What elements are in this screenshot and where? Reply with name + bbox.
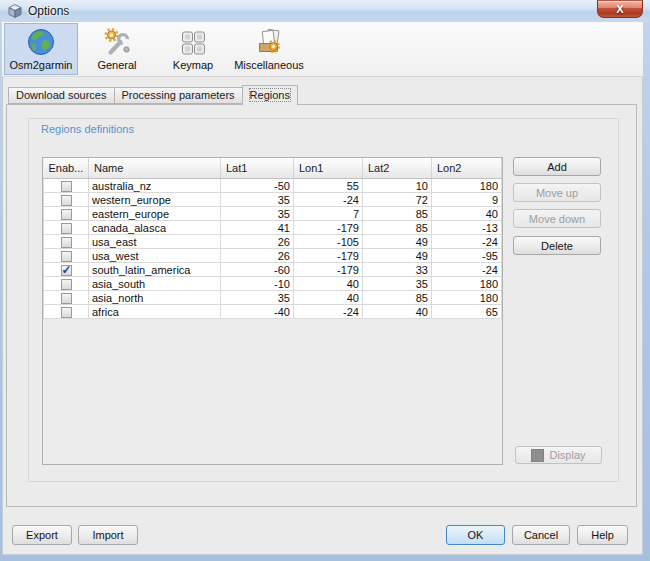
lat2-cell[interactable]: 72 bbox=[363, 193, 432, 207]
enabled-cell[interactable] bbox=[44, 179, 89, 193]
lat2-cell[interactable]: 49 bbox=[363, 235, 432, 249]
tab-regions[interactable]: Regions bbox=[242, 85, 298, 105]
lon1-cell[interactable]: -24 bbox=[294, 193, 363, 207]
lon2-cell[interactable]: -24 bbox=[432, 263, 502, 277]
enabled-cell[interactable] bbox=[44, 207, 89, 221]
table-row[interactable]: australia_nz-505510180 bbox=[44, 179, 502, 193]
table-row[interactable]: eastern_europe3578540 bbox=[44, 207, 502, 221]
column-header-enab-[interactable]: Enab... bbox=[44, 158, 89, 179]
lat2-cell[interactable]: 40 bbox=[363, 305, 432, 319]
add-button[interactable]: Add bbox=[513, 157, 601, 176]
lat1-cell[interactable]: 26 bbox=[221, 249, 294, 263]
lon1-cell[interactable]: 40 bbox=[294, 291, 363, 305]
lat2-cell[interactable]: 85 bbox=[363, 221, 432, 235]
move-down-button[interactable]: Move down bbox=[513, 209, 601, 228]
tab-processing-parameters[interactable]: Processing parameters bbox=[114, 87, 243, 104]
enabled-checkbox[interactable] bbox=[61, 279, 72, 290]
enabled-checkbox[interactable] bbox=[61, 251, 72, 262]
lon2-cell[interactable]: -24 bbox=[432, 235, 502, 249]
lat1-cell[interactable]: 35 bbox=[221, 291, 294, 305]
lat2-cell[interactable]: 10 bbox=[363, 179, 432, 193]
lat2-cell[interactable]: 85 bbox=[363, 291, 432, 305]
table-row[interactable]: usa_west26-17949-95 bbox=[44, 249, 502, 263]
lon2-cell[interactable]: 180 bbox=[432, 179, 502, 193]
move-up-button[interactable]: Move up bbox=[513, 183, 601, 202]
name-cell[interactable]: asia_north bbox=[89, 291, 221, 305]
lat1-cell[interactable]: 35 bbox=[221, 193, 294, 207]
enabled-cell[interactable] bbox=[44, 263, 89, 277]
lon1-cell[interactable]: -179 bbox=[294, 263, 363, 277]
lat2-cell[interactable]: 35 bbox=[363, 277, 432, 291]
toolbar-item-miscellaneous[interactable]: Miscellaneous bbox=[232, 23, 306, 75]
lon1-cell[interactable]: -24 bbox=[294, 305, 363, 319]
name-cell[interactable]: western_europe bbox=[89, 193, 221, 207]
enabled-checkbox[interactable] bbox=[61, 209, 72, 220]
lon2-cell[interactable]: 180 bbox=[432, 291, 502, 305]
lat1-cell[interactable]: -60 bbox=[221, 263, 294, 277]
lon2-cell[interactable]: -13 bbox=[432, 221, 502, 235]
lon2-cell[interactable]: 40 bbox=[432, 207, 502, 221]
column-header-lat1[interactable]: Lat1 bbox=[221, 158, 294, 179]
enabled-checkbox[interactable] bbox=[61, 265, 72, 276]
enabled-cell[interactable] bbox=[44, 249, 89, 263]
lon1-cell[interactable]: 7 bbox=[294, 207, 363, 221]
lat1-cell[interactable]: -40 bbox=[221, 305, 294, 319]
enabled-cell[interactable] bbox=[44, 277, 89, 291]
close-button[interactable]: X bbox=[597, 0, 643, 18]
lon2-cell[interactable]: 65 bbox=[432, 305, 502, 319]
enabled-checkbox[interactable] bbox=[61, 223, 72, 234]
table-row[interactable]: asia_south-104035180 bbox=[44, 277, 502, 291]
name-cell[interactable]: africa bbox=[89, 305, 221, 319]
lat1-cell[interactable]: -50 bbox=[221, 179, 294, 193]
lat1-cell[interactable]: 41 bbox=[221, 221, 294, 235]
titlebar[interactable]: Options X bbox=[0, 0, 650, 22]
toolbar-item-osm2garmin[interactable]: Osm2garmin bbox=[4, 23, 78, 75]
lat2-cell[interactable]: 49 bbox=[363, 249, 432, 263]
lon2-cell[interactable]: -95 bbox=[432, 249, 502, 263]
enabled-checkbox[interactable] bbox=[61, 181, 72, 192]
enabled-checkbox[interactable] bbox=[61, 307, 72, 318]
tab-download-sources[interactable]: Download sources bbox=[8, 87, 115, 104]
column-header-lon2[interactable]: Lon2 bbox=[432, 158, 502, 179]
name-cell[interactable]: south_latin_america bbox=[89, 263, 221, 277]
table-row[interactable]: canada_alasca41-17985-13 bbox=[44, 221, 502, 235]
table-row[interactable]: usa_east26-10549-24 bbox=[44, 235, 502, 249]
table-row[interactable]: western_europe35-24729 bbox=[44, 193, 502, 207]
toolbar-item-general[interactable]: General bbox=[80, 23, 154, 75]
cancel-button[interactable]: Cancel bbox=[512, 525, 570, 545]
lon1-cell[interactable]: 55 bbox=[294, 179, 363, 193]
import-button[interactable]: Import bbox=[78, 525, 138, 545]
name-cell[interactable]: eastern_europe bbox=[89, 207, 221, 221]
lon1-cell[interactable]: 40 bbox=[294, 277, 363, 291]
lat1-cell[interactable]: -10 bbox=[221, 277, 294, 291]
column-header-lat2[interactable]: Lat2 bbox=[363, 158, 432, 179]
lon1-cell[interactable]: -105 bbox=[294, 235, 363, 249]
enabled-cell[interactable] bbox=[44, 221, 89, 235]
table-row[interactable]: south_latin_america-60-17933-24 bbox=[44, 263, 502, 277]
table-row[interactable]: africa-40-244065 bbox=[44, 305, 502, 319]
enabled-checkbox[interactable] bbox=[61, 237, 72, 248]
lon1-cell[interactable]: -179 bbox=[294, 221, 363, 235]
help-button[interactable]: Help bbox=[577, 525, 628, 545]
lon1-cell[interactable]: -179 bbox=[294, 249, 363, 263]
enabled-cell[interactable] bbox=[44, 193, 89, 207]
name-cell[interactable]: usa_east bbox=[89, 235, 221, 249]
delete-button[interactable]: Delete bbox=[513, 236, 601, 255]
table-row[interactable]: asia_north354085180 bbox=[44, 291, 502, 305]
name-cell[interactable]: canada_alasca bbox=[89, 221, 221, 235]
lat1-cell[interactable]: 26 bbox=[221, 235, 294, 249]
toolbar-item-keymap[interactable]: Keymap bbox=[156, 23, 230, 75]
ok-button[interactable]: OK bbox=[446, 525, 505, 545]
name-cell[interactable]: asia_south bbox=[89, 277, 221, 291]
enabled-cell[interactable] bbox=[44, 291, 89, 305]
column-header-name[interactable]: Name bbox=[89, 158, 221, 179]
lon2-cell[interactable]: 9 bbox=[432, 193, 502, 207]
lat2-cell[interactable]: 85 bbox=[363, 207, 432, 221]
enabled-cell[interactable] bbox=[44, 305, 89, 319]
enabled-checkbox[interactable] bbox=[61, 195, 72, 206]
name-cell[interactable]: australia_nz bbox=[89, 179, 221, 193]
display-button[interactable]: Display bbox=[515, 446, 602, 464]
lat1-cell[interactable]: 35 bbox=[221, 207, 294, 221]
lat2-cell[interactable]: 33 bbox=[363, 263, 432, 277]
lon2-cell[interactable]: 180 bbox=[432, 277, 502, 291]
